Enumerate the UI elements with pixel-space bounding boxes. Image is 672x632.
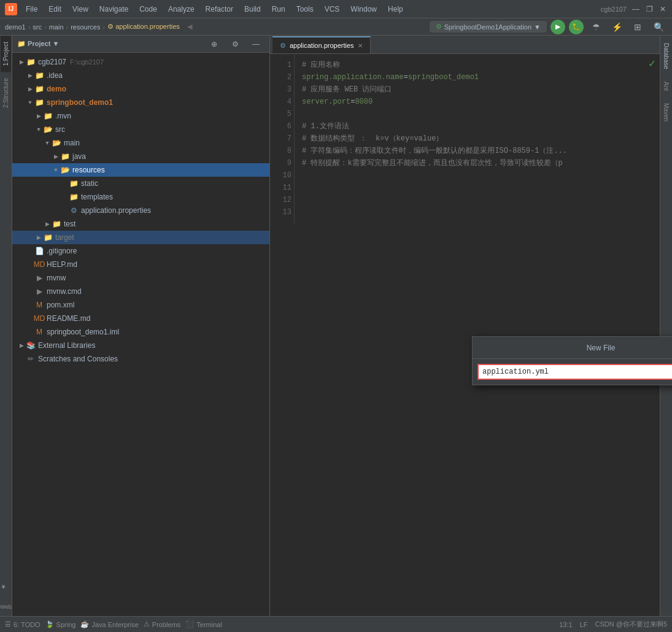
main-area: 1:Project 2:Structure ★ Web 📁 Project ▼ …: [0, 36, 672, 616]
menu-edit[interactable]: Edit: [44, 3, 66, 15]
status-spring[interactable]: 🍃 Spring: [45, 620, 76, 628]
editor-tab-appprops[interactable]: ⚙ application.properties ✕: [272, 36, 371, 53]
status-terminal[interactable]: ⬛ Terminal: [185, 620, 222, 628]
tree-item-resources[interactable]: ▼ 📂 resources: [12, 163, 269, 177]
code-line-4: server.port=8080: [302, 96, 655, 108]
status-csdn[interactable]: CSDN @你不要过来啊5: [595, 620, 667, 629]
tree-arrow-target: ▶: [34, 233, 43, 242]
code-line-7: # 数据结构类型 ： k=v（key=value）: [302, 133, 655, 145]
status-encoding[interactable]: LF: [580, 620, 588, 629]
folder-icon-target: 📁: [43, 233, 53, 242]
tree-item-main[interactable]: ▼ 📂 main: [12, 136, 269, 150]
tree-item-target[interactable]: ▶ 📁 target: [12, 231, 269, 244]
menu-code[interactable]: Code: [134, 3, 162, 15]
close-button[interactable]: ✕: [658, 5, 667, 13]
menu-build[interactable]: Build: [239, 3, 266, 15]
tree-item-gitignore[interactable]: 📄 .gitignore: [12, 244, 269, 258]
tree-item-mvnwcmd[interactable]: ▶ mvnw.cmd: [12, 285, 269, 298]
tree-item-iml[interactable]: M springboot_demo1.iml: [12, 325, 269, 339]
profile-button[interactable]: ⚡: [608, 18, 625, 36]
coverage-button[interactable]: ☂: [587, 18, 604, 36]
tree-item-java[interactable]: ▶ 📁 java: [12, 150, 269, 163]
folder-icon-resources: 📂: [60, 165, 70, 175]
tree-path-cgb2107: F:\cgb2107: [70, 58, 104, 66]
file-icon-mvnw: ▶: [34, 273, 44, 283]
breadcrumb-resources[interactable]: resources: [71, 23, 100, 31]
tree-label-scratches: Scratches and Consoles: [38, 355, 118, 363]
status-spring-label: Spring: [56, 621, 76, 628]
status-cursor-pos[interactable]: 13:1: [559, 620, 572, 629]
sidebar-tab-web[interactable]: Web: [0, 598, 14, 616]
tree-item-readmemd[interactable]: MD README.md: [12, 312, 269, 325]
tree-arrow-scratches: [17, 355, 26, 363]
menu-view[interactable]: View: [68, 3, 93, 15]
status-javaee-icon: ☕: [80, 620, 89, 628]
menu-run[interactable]: Run: [267, 3, 290, 15]
menu-tools[interactable]: Tools: [292, 3, 319, 15]
status-problems-label: Problems: [152, 621, 180, 628]
project-minimize-btn[interactable]: —: [247, 36, 265, 53]
icon-extlibs: 📚: [26, 341, 36, 350]
code-area[interactable]: # 应用名称 spring.application.name=springboo…: [297, 54, 660, 616]
tree-item-mvn[interactable]: ▶ 📁 .mvn: [12, 109, 269, 123]
status-problems[interactable]: ⚠ Problems: [144, 620, 180, 628]
status-javaee[interactable]: ☕ Java Enterprise: [80, 620, 138, 628]
sidebar-tab-project[interactable]: 1:Project: [1, 36, 11, 72]
run-configuration-selector[interactable]: ⚙ SpringbootDemo1Application ▼: [430, 21, 547, 33]
tree-item-helpmd[interactable]: MD HELP.md: [12, 258, 269, 271]
menu-navigate[interactable]: Navigate: [95, 3, 133, 15]
breadcrumb-demo1[interactable]: demo1: [5, 23, 26, 31]
menu-file[interactable]: File: [21, 3, 42, 15]
breadcrumb-sep5: ◀: [187, 23, 192, 31]
tree-item-demo[interactable]: ▶ 📁 demo: [12, 82, 269, 96]
tree-item-extlibs[interactable]: ▶ 📚 External Libraries: [12, 339, 269, 352]
right-tab-database[interactable]: Database: [661, 38, 671, 74]
file-icon-iml: M: [34, 327, 44, 337]
run-button[interactable]: ▶: [550, 20, 565, 34]
menu-vcs[interactable]: VCS: [320, 3, 345, 15]
breadcrumb-current[interactable]: ⚙ application.properties: [107, 23, 180, 31]
sidebar-tab-favorites[interactable]: ★: [0, 577, 9, 596]
minimize-button[interactable]: —: [631, 5, 640, 13]
sidebar-tab-structure[interactable]: 2:Structure: [1, 72, 11, 114]
right-tab-maven[interactable]: Maven: [661, 98, 671, 126]
tree-item-appprops[interactable]: ⚙ application.properties: [12, 204, 269, 217]
breadcrumb-bar: demo1 › src › main › resources › ⚙ appli…: [0, 18, 672, 36]
tree-item-templates[interactable]: 📁 templates: [12, 190, 269, 204]
project-header: 📁 Project ▼ ⊕ ⚙ —: [12, 36, 269, 53]
tree-item-pomxml[interactable]: M pom.xml: [12, 298, 269, 312]
right-tab-ant[interactable]: Ant: [661, 77, 671, 96]
toolbar-search[interactable]: 🔍: [650, 18, 667, 36]
tab-close-appprops[interactable]: ✕: [358, 42, 363, 49]
tree-arrow-idea: ▶: [26, 71, 34, 80]
tree-item-scratches[interactable]: ✏ Scratches and Consoles: [12, 352, 269, 366]
status-todo[interactable]: ☰ 6: TODO: [5, 620, 41, 628]
maximize-button[interactable]: ❐: [645, 5, 654, 13]
tree-item-springboot-demo1[interactable]: ▼ 📁 springboot_demo1: [12, 96, 269, 109]
tree-item-cgb2107[interactable]: ▶ 📁 cgb2107 F:\cgb2107: [12, 55, 269, 69]
editor-content[interactable]: ✓ 1 2 3 4 5 6 7 8 9 10 11 12 13 # 应用名称 s…: [270, 54, 660, 616]
tree-label-helpmd: HELP.md: [47, 260, 77, 269]
tree-item-mvnw[interactable]: ▶ mvnw: [12, 271, 269, 285]
tree-item-src[interactable]: ▼ 📂 src: [12, 123, 269, 136]
code-line-13: [302, 206, 655, 218]
project-settings-btn[interactable]: ⚙: [226, 36, 244, 53]
project-add-btn[interactable]: ⊕: [206, 36, 223, 53]
folder-icon-templates: 📁: [69, 192, 79, 202]
debug-button[interactable]: 🐛: [569, 20, 584, 34]
new-file-input[interactable]: [477, 364, 672, 380]
menu-refactor[interactable]: Refactor: [201, 3, 238, 15]
menu-help[interactable]: Help: [383, 3, 408, 15]
tree-item-idea[interactable]: ▶ 📁 .idea: [12, 69, 269, 82]
menu-window[interactable]: Window: [346, 3, 382, 15]
tree-item-static[interactable]: 📁 static: [12, 177, 269, 190]
app-logo: IJ: [5, 3, 17, 15]
tree-item-test[interactable]: ▶ 📁 test: [12, 217, 269, 231]
tree-arrow-mvnw: [26, 274, 34, 282]
breadcrumb-main[interactable]: main: [49, 23, 64, 31]
right-sidebar: Database Ant Maven: [660, 36, 672, 616]
menu-analyze[interactable]: Analyze: [163, 3, 199, 15]
breadcrumb-src[interactable]: src: [33, 23, 42, 31]
toolbar-btn-extra[interactable]: ⊞: [629, 18, 646, 36]
folder-icon-mvn: 📁: [43, 111, 53, 121]
